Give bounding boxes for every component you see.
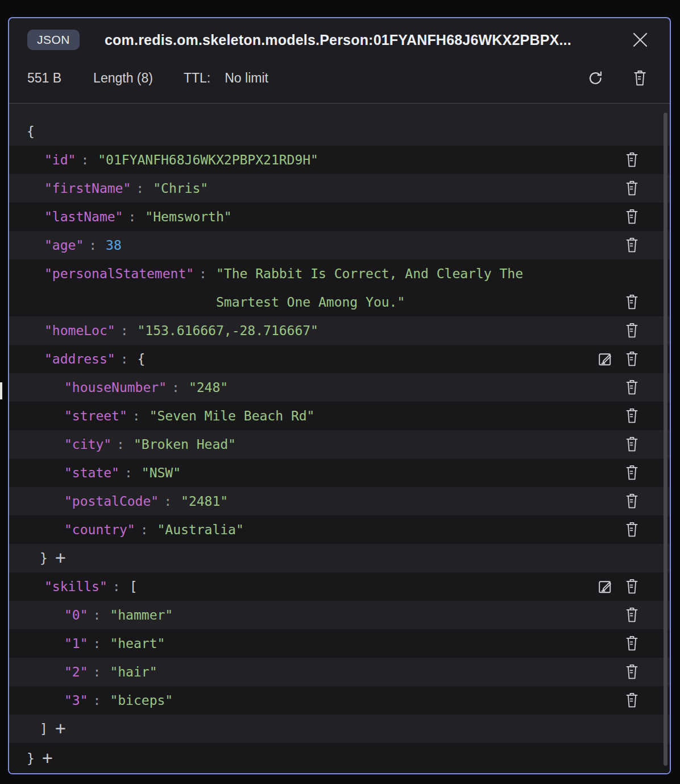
json-key: "0" (64, 601, 88, 629)
json-bracket: { (27, 117, 35, 146)
edit-entry-button[interactable] (596, 577, 613, 596)
delete-row-button[interactable] (623, 321, 640, 340)
add-item-button[interactable]: + (55, 715, 66, 742)
key-name-title: com.redis.om.skeleton.models.Person:01FY… (105, 32, 629, 48)
refresh-key-button[interactable] (586, 68, 605, 88)
delete-row-button[interactable] (623, 179, 640, 197)
row-line: "firstName":"Chris" (9, 174, 208, 203)
delete-row-button[interactable] (623, 435, 640, 453)
key-size: 551 B (27, 71, 61, 86)
json-value[interactable]: "2481" (181, 487, 228, 515)
json-key: "age" (44, 231, 84, 259)
delete-row-button[interactable] (623, 492, 640, 510)
json-value[interactable]: "hair" (110, 658, 157, 686)
delete-row-button[interactable] (623, 350, 640, 368)
json-bracket: } (40, 544, 48, 572)
json-value[interactable]: "153.616667,-28.716667" (137, 316, 318, 345)
row-actions (623, 402, 640, 430)
delete-row-button[interactable] (623, 521, 640, 539)
json-value[interactable]: "heart" (110, 629, 165, 658)
json-key: "lastName" (44, 203, 123, 231)
json-key: "state" (64, 459, 119, 487)
row-skills-open: "skills":[ (9, 572, 670, 601)
ttl-value[interactable]: No limit (225, 71, 268, 86)
json-key: "homeLoc" (44, 316, 115, 345)
trash-icon (624, 294, 640, 311)
row-line: "state":"NSW" (9, 459, 181, 487)
trash-icon (624, 322, 640, 339)
trash-icon (624, 407, 640, 424)
trash-icon (624, 692, 640, 709)
scrollbar-thumb[interactable] (664, 113, 667, 766)
close-button[interactable] (629, 28, 652, 51)
row-line: "lastName":"Hemsworth" (9, 203, 232, 231)
row-line: "3":"biceps" (9, 686, 173, 715)
background-app-notch (0, 382, 2, 399)
row-lastName: "lastName":"Hemsworth" (9, 203, 670, 231)
trash-icon (631, 69, 649, 87)
delete-row-button[interactable] (623, 634, 640, 653)
json-value[interactable]: "NSW" (142, 459, 181, 487)
edit-entry-button[interactable] (596, 350, 613, 368)
delete-row-button[interactable] (623, 293, 640, 311)
trash-icon (624, 663, 640, 680)
key-type-badge: JSON (27, 30, 80, 50)
delete-row-button[interactable] (623, 208, 640, 226)
close-icon (630, 30, 650, 50)
json-value[interactable]: "Chris" (153, 174, 208, 203)
trash-icon (624, 521, 640, 538)
delete-row-button[interactable] (623, 577, 640, 596)
delete-row-button[interactable] (623, 378, 640, 397)
row-actions (623, 686, 640, 715)
json-colon: : (113, 572, 121, 601)
row-line: "homeLoc":"153.616667,-28.716667" (9, 316, 318, 345)
row-line: "age":38 (9, 231, 122, 259)
root-close: }+ (9, 743, 670, 773)
json-colon: : (117, 430, 125, 459)
json-value[interactable]: "hammer" (110, 601, 173, 629)
row-line: "street":"Seven Mile Beach Rd" (9, 402, 314, 430)
delete-row-button[interactable] (623, 464, 640, 482)
json-key: "skills" (44, 572, 107, 601)
json-bracket: } (27, 744, 35, 773)
json-value[interactable]: "01FYANFH68J6WKX2PBPX21RD9H" (98, 146, 318, 174)
delete-row-button[interactable] (623, 691, 640, 709)
row-line: "skills":[ (9, 572, 138, 601)
json-colon: : (172, 373, 180, 402)
row-actions (596, 345, 640, 373)
delete-row-button[interactable] (623, 407, 640, 425)
json-value[interactable]: "biceps" (110, 686, 173, 715)
json-value[interactable]: "Broken Head" (134, 430, 236, 459)
row-line: "country":"Australia" (9, 515, 244, 544)
json-value[interactable]: "Australia" (157, 515, 243, 544)
row-actions (623, 459, 640, 487)
row-skills-2: "2":"hair" (9, 658, 670, 686)
json-value[interactable]: "The Rabbit Is Correct, And Clearly The … (216, 259, 557, 316)
delete-row-button[interactable] (623, 151, 640, 169)
row-line: }+ (9, 544, 66, 572)
add-item-button[interactable]: + (55, 544, 66, 572)
row-actions (623, 373, 640, 402)
json-value[interactable]: "248" (189, 373, 228, 402)
add-item-button[interactable]: + (42, 745, 53, 772)
trash-icon (624, 350, 640, 368)
row-line: }+ (9, 744, 53, 773)
delete-row-button[interactable] (623, 236, 640, 254)
json-value[interactable]: 38 (106, 231, 122, 259)
delete-key-button[interactable] (630, 68, 649, 88)
delete-row-button[interactable] (623, 663, 640, 681)
json-key: "2" (64, 658, 88, 686)
row-actions (623, 203, 640, 231)
key-length: Length (8) (93, 71, 153, 86)
delete-row-button[interactable] (623, 606, 640, 624)
row-houseNumber: "houseNumber":"248" (9, 373, 670, 402)
json-value[interactable]: "Hemsworth" (145, 203, 231, 231)
row-actions (623, 231, 640, 259)
json-value[interactable]: "Seven Mile Beach Rd" (150, 402, 315, 430)
row-line: "address":{ (9, 345, 145, 373)
key-header: JSON com.redis.om.skeleton.models.Person… (9, 18, 670, 89)
row-line: "id":"01FYANFH68J6WKX2PBPX21RD9H" (9, 146, 318, 174)
trash-icon (624, 180, 640, 197)
key-meta-row: 551 B Length (8) TTL: No limit (27, 67, 653, 89)
json-colon: : (121, 316, 128, 345)
